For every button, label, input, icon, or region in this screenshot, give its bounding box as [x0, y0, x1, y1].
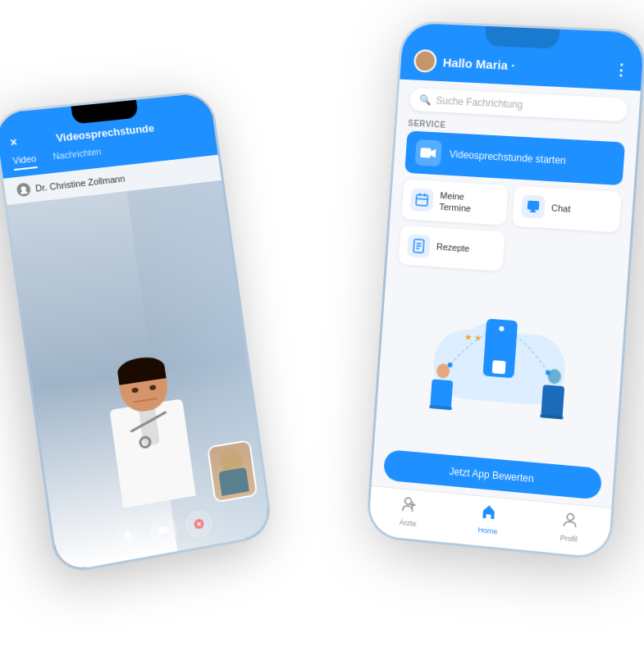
right-notch: [485, 26, 560, 49]
videocall-label: Videosprechstunde starten: [449, 148, 566, 166]
right-header-row: Hallo Maria · ⋮: [413, 49, 629, 82]
phone-screen-mini: [492, 360, 506, 374]
rezepte-card[interactable]: Rezepte: [398, 225, 505, 271]
self-video-feed: [208, 441, 256, 501]
doctor-eye-right: [149, 385, 157, 390]
camera-button[interactable]: [149, 515, 179, 545]
doctor-avatar-small: [16, 182, 32, 197]
phone-in-cloud: [482, 319, 518, 379]
doctor-hair: [116, 354, 166, 385]
cloud-illustration: ★ ★ ★ ★ ★: [415, 314, 585, 417]
search-placeholder: Suche Fachrichtung: [436, 95, 523, 111]
user-info: Hallo Maria ·: [413, 49, 516, 76]
doctor-video-feed: [7, 180, 272, 573]
illustration-area: ★ ★ ★ ★ ★: [375, 270, 628, 463]
chat-label: Chat: [551, 202, 571, 215]
left-phone-screen: × Videosprechstunde Video Nachrichten: [0, 93, 272, 572]
right-content: 🔍 Suche Fachrichtung SERVICE: [368, 80, 641, 558]
termine-card[interactable]: MeineTermine: [401, 180, 508, 226]
right-phone: Hallo Maria · ⋮ 🔍 Suche Fachrichtung SER…: [365, 20, 644, 561]
svg-point-0: [21, 186, 26, 192]
scene: × Videosprechstunde Video Nachrichten: [0, 0, 644, 656]
svg-rect-13: [528, 201, 540, 211]
svg-point-20: [567, 513, 574, 521]
termine-label: MeineTermine: [439, 189, 473, 215]
svg-line-12: [417, 199, 428, 200]
svg-rect-4: [158, 526, 167, 534]
left-phone-shell: × Videosprechstunde Video Nachrichten: [0, 90, 274, 576]
phone-camera: [499, 326, 504, 331]
self-video-thumbnail: [207, 440, 258, 503]
rate-app-label: Jetzt App Bewerten: [449, 466, 534, 485]
self-figure: [216, 447, 249, 496]
home-icon: [480, 503, 498, 525]
left-notch: [71, 100, 139, 125]
aerzte-label: Ärzte: [400, 518, 417, 528]
svg-rect-2: [125, 531, 130, 539]
service-grid: MeineTermine Chat: [398, 180, 621, 279]
videocall-title: Videosprechstunde: [55, 121, 155, 144]
nav-home[interactable]: Home: [477, 503, 500, 535]
chat-icon: [521, 194, 546, 219]
rezepte-label: Rezepte: [436, 241, 469, 255]
search-icon: 🔍: [419, 94, 432, 107]
svg-point-1: [21, 190, 28, 194]
chat-card[interactable]: Chat: [512, 186, 622, 233]
microphone-button[interactable]: [113, 522, 143, 553]
doctor-eye-left: [131, 387, 139, 393]
doctor-coat: [109, 399, 195, 508]
right-phone-content: Hallo Maria · ⋮ 🔍 Suche Fachrichtung SER…: [368, 23, 644, 558]
end-call-button[interactable]: [185, 508, 213, 539]
close-button[interactable]: ×: [9, 135, 18, 149]
profil-icon: [561, 511, 579, 533]
doctor-mouth: [133, 398, 158, 403]
right-phone-shell: Hallo Maria · ⋮ 🔍 Suche Fachrichtung SER…: [365, 20, 644, 561]
video-main: [7, 180, 272, 573]
left-screen-content: × Videosprechstunde Video Nachrichten: [0, 93, 272, 572]
rezepte-icon: [407, 234, 431, 257]
avatar-face: [416, 51, 435, 71]
left-phone: × Videosprechstunde Video Nachrichten: [0, 90, 274, 576]
aerzte-icon: [400, 495, 418, 517]
user-avatar: [413, 49, 437, 73]
svg-rect-9: [416, 195, 428, 207]
tab-video[interactable]: Video: [12, 153, 38, 171]
nav-aerzte[interactable]: Ärzte: [400, 495, 418, 528]
videocall-icon: [415, 139, 443, 166]
termine-icon: [410, 188, 434, 212]
home-label: Home: [477, 526, 498, 535]
doctor-name: Dr. Christine Zollmann: [34, 173, 126, 193]
svg-rect-8: [420, 148, 432, 158]
tab-nachrichten[interactable]: Nachrichten: [53, 146, 103, 166]
greeting: Hallo Maria ·: [442, 55, 515, 72]
menu-dots[interactable]: ⋮: [613, 61, 629, 80]
profil-label: Profil: [560, 534, 577, 544]
nav-profil[interactable]: Profil: [560, 511, 578, 544]
self-body: [218, 467, 249, 496]
